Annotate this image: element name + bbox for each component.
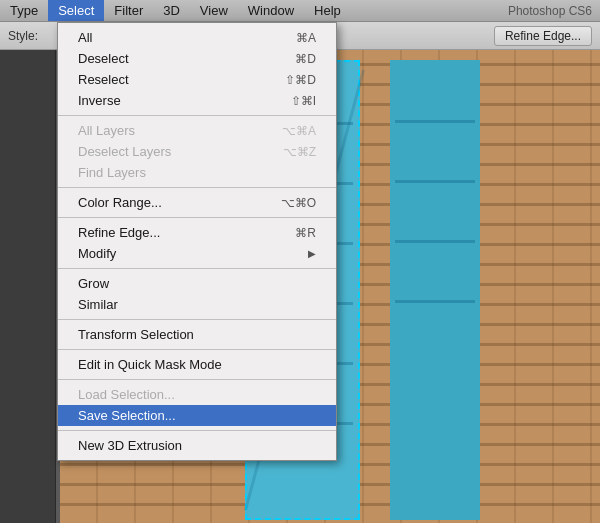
menu-help[interactable]: Help <box>304 0 351 21</box>
shutter-slat-r <box>395 300 475 303</box>
menu-item-label-color-range: Color Range... <box>78 195 162 210</box>
menu-item-label-refine-edge: Refine Edge... <box>78 225 160 240</box>
menu-window[interactable]: Window <box>238 0 304 21</box>
menu-item-edit-quick-mask[interactable]: Edit in Quick Mask Mode <box>58 354 336 375</box>
menu-separator <box>58 268 336 269</box>
menu-item-deselect-layers: Deselect Layers⌥⌘Z <box>58 141 336 162</box>
menu-item-find-layers: Find Layers <box>58 162 336 183</box>
menu-item-label-similar: Similar <box>78 297 118 312</box>
menu-item-load-selection: Load Selection... <box>58 384 336 405</box>
menu-separator <box>58 430 336 431</box>
menu-item-label-all: All <box>78 30 92 45</box>
menu-item-deselect[interactable]: Deselect⌘D <box>58 48 336 69</box>
menu-item-label-load-selection: Load Selection... <box>78 387 175 402</box>
menu-view[interactable]: View <box>190 0 238 21</box>
menu-item-label-grow: Grow <box>78 276 109 291</box>
menu-separator <box>58 217 336 218</box>
menu-select[interactable]: Select <box>48 0 104 21</box>
menu-item-label-new-3d-extrusion: New 3D Extrusion <box>78 438 182 453</box>
left-toolbar <box>0 50 56 523</box>
menu-item-label-modify: Modify <box>78 246 116 261</box>
menu-type[interactable]: Type <box>0 0 48 21</box>
menu-separator <box>58 379 336 380</box>
menu-item-new-3d-extrusion[interactable]: New 3D Extrusion <box>58 435 336 456</box>
menu-arrow-modify: ▶ <box>308 248 316 259</box>
select-dropdown-menu: All⌘ADeselect⌘DReselect⇧⌘DInverse⇧⌘IAll … <box>57 22 337 461</box>
menu-item-save-selection[interactable]: Save Selection... <box>58 405 336 426</box>
menu-shortcut-deselect-layers: ⌥⌘Z <box>283 145 316 159</box>
menu-item-color-range[interactable]: Color Range...⌥⌘O <box>58 192 336 213</box>
menu-shortcut-refine-edge: ⌘R <box>295 226 316 240</box>
menu-shortcut-deselect: ⌘D <box>295 52 316 66</box>
menu-shortcut-all-layers: ⌥⌘A <box>282 124 316 138</box>
menu-item-all[interactable]: All⌘A <box>58 27 336 48</box>
menu-item-label-deselect-layers: Deselect Layers <box>78 144 171 159</box>
menu-item-label-save-selection: Save Selection... <box>78 408 176 423</box>
menu-item-label-edit-quick-mask: Edit in Quick Mask Mode <box>78 357 222 372</box>
menu-separator <box>58 115 336 116</box>
menu-item-label-all-layers: All Layers <box>78 123 135 138</box>
shutter-slat-r <box>395 120 475 123</box>
menu-shortcut-all: ⌘A <box>296 31 316 45</box>
menu-item-similar[interactable]: Similar <box>58 294 336 315</box>
menu-shortcut-color-range: ⌥⌘O <box>281 196 316 210</box>
menu-item-label-deselect: Deselect <box>78 51 129 66</box>
blue-shutter-right <box>390 60 480 520</box>
refine-edge-btn[interactable]: Refine Edge... <box>494 26 592 46</box>
menu-item-transform-selection[interactable]: Transform Selection <box>58 324 336 345</box>
style-label: Style: <box>8 29 38 43</box>
ps-titlebar-text: Photoshop CS6 <box>508 4 592 18</box>
menu-item-grow[interactable]: Grow <box>58 273 336 294</box>
menu-shortcut-inverse: ⇧⌘I <box>291 94 316 108</box>
menu-item-all-layers: All Layers⌥⌘A <box>58 120 336 141</box>
shutter-slat-r <box>395 240 475 243</box>
menu-item-modify[interactable]: Modify▶ <box>58 243 336 264</box>
menu-item-label-reselect: Reselect <box>78 72 129 87</box>
menubar: Type Select Filter 3D View Window Help P… <box>0 0 600 22</box>
menu-item-refine-edge[interactable]: Refine Edge...⌘R <box>58 222 336 243</box>
menu-item-label-inverse: Inverse <box>78 93 121 108</box>
menu-item-inverse[interactable]: Inverse⇧⌘I <box>58 90 336 111</box>
menu-separator <box>58 187 336 188</box>
menu-item-reselect[interactable]: Reselect⇧⌘D <box>58 69 336 90</box>
menu-item-label-find-layers: Find Layers <box>78 165 146 180</box>
menu-shortcut-reselect: ⇧⌘D <box>285 73 316 87</box>
menu-separator <box>58 349 336 350</box>
refine-edge-button[interactable]: Refine Edge... <box>488 26 592 46</box>
menu-separator <box>58 319 336 320</box>
menu-filter[interactable]: Filter <box>104 0 153 21</box>
shutter-slat-r <box>395 180 475 183</box>
menu-item-label-transform-selection: Transform Selection <box>78 327 194 342</box>
menu-3d[interactable]: 3D <box>153 0 190 21</box>
